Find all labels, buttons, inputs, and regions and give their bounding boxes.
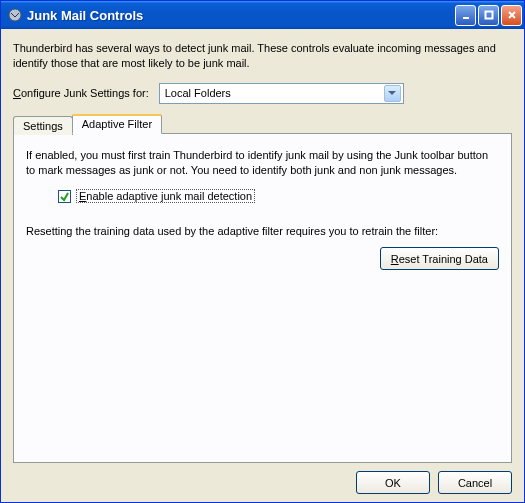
- description-text: Thunderbird has several ways to detect j…: [13, 41, 512, 71]
- cancel-button[interactable]: Cancel: [438, 471, 512, 494]
- ok-button[interactable]: OK: [356, 471, 430, 494]
- minimize-button[interactable]: [455, 5, 476, 26]
- close-button[interactable]: [501, 5, 522, 26]
- app-icon: [7, 7, 23, 23]
- dropdown-selected: Local Folders: [165, 87, 384, 99]
- content-area: Thunderbird has several ways to detect j…: [1, 29, 524, 502]
- reset-description: Resetting the training data used by the …: [26, 225, 499, 237]
- reset-training-data-button[interactable]: Reset Training Data: [380, 247, 499, 270]
- tab-adaptive-filter[interactable]: Adaptive Filter: [72, 114, 162, 134]
- window-buttons: [455, 5, 522, 26]
- enable-adaptive-checkbox[interactable]: [58, 190, 71, 203]
- tab-settings[interactable]: Settings: [13, 116, 73, 135]
- checkmark-icon: [59, 191, 70, 202]
- adaptive-description: If enabled, you must first train Thunder…: [26, 148, 499, 178]
- account-dropdown[interactable]: Local Folders: [159, 83, 404, 104]
- configure-row: Configure Junk Settings for: Local Folde…: [13, 83, 512, 104]
- tab-strip: Settings Adaptive Filter: [13, 114, 512, 133]
- chevron-down-icon: [384, 85, 401, 102]
- svg-rect-2: [485, 12, 492, 19]
- svg-point-0: [9, 9, 21, 21]
- titlebar: Junk Mail Controls: [1, 1, 524, 29]
- reset-row: Reset Training Data: [26, 247, 499, 270]
- adaptive-filter-panel: If enabled, you must first train Thunder…: [13, 133, 512, 463]
- enable-adaptive-row: Enable adaptive junk mail detection: [58, 189, 499, 203]
- junk-mail-controls-window: Junk Mail Controls Thunderbird has sever…: [0, 0, 525, 503]
- dialog-footer: OK Cancel: [13, 463, 512, 494]
- maximize-button[interactable]: [478, 5, 499, 26]
- configure-label: Configure Junk Settings for:: [13, 87, 149, 99]
- enable-adaptive-label[interactable]: Enable adaptive junk mail detection: [76, 189, 255, 203]
- window-title: Junk Mail Controls: [27, 8, 455, 23]
